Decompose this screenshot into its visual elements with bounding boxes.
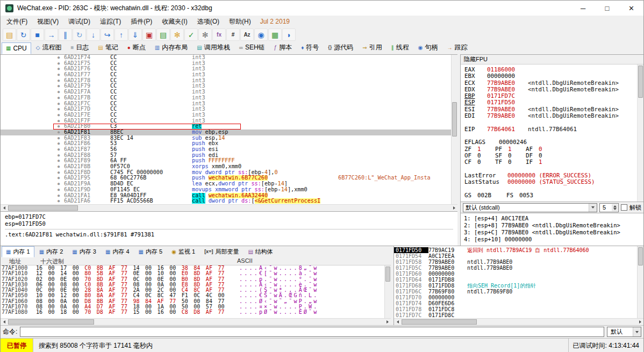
chip-button[interactable]: ▦ — [268, 28, 282, 41]
registers-vscrollbar[interactable] — [637, 64, 643, 202]
case-button[interactable]: Az — [240, 28, 254, 41]
menu-item[interactable]: 插件(P) — [126, 16, 157, 28]
tab-seh-chain[interactable]: ∞SEH链 — [235, 41, 269, 54]
tab-memory2[interactable]: ▦内存 2 — [35, 246, 68, 257]
command-input[interactable] — [20, 327, 604, 337]
disasm-row[interactable]: ●6AD21F7BCCint3 — [1, 95, 457, 101]
tab-source[interactable]: {}源代码 — [324, 41, 357, 54]
favourites-button[interactable]: ✻ — [170, 28, 184, 41]
stack-row[interactable]: 0171FD74D60FE6D6 — [394, 300, 643, 306]
flags-row[interactable]: ZF1PF1AF0 — [464, 146, 635, 153]
dump-vscrollbar[interactable] — [384, 265, 391, 318]
stack-row[interactable]: 0171FD780171FDC8 — [394, 306, 643, 312]
chevron-down-icon[interactable] — [589, 204, 597, 212]
disasm-row[interactable]: ●6AD21F7ECCint3 — [1, 112, 457, 118]
tab-watch[interactable]: ◉监视 1 — [167, 246, 199, 257]
dump-hscrollbar[interactable] — [1, 318, 391, 325]
menu-item[interactable]: 选项(O) — [192, 16, 224, 28]
pause-button[interactable]: ∥ — [59, 28, 72, 41]
tab-memory3[interactable]: ▦内存 3 — [68, 246, 101, 257]
stack-row[interactable]: 0171FD54A0C17EEA — [394, 253, 643, 259]
argument-row[interactable]: 2: [esp+8] 77B9ABE0 <ntdll.DbgUiRemoteBr… — [464, 222, 640, 229]
handles-button[interactable]: ◗ — [282, 28, 296, 41]
disasm-row[interactable]: ●6AD21F9D0F1145 ECmovups xmmword ptr ss:… — [1, 187, 457, 193]
assemble-button[interactable]: fx — [212, 28, 226, 41]
open-file-button[interactable]: ▤ — [3, 28, 16, 41]
register-row[interactable]: EDI77B9ABE0<ntdll.DbgUiRemoteBreakin> — [464, 113, 635, 119]
tab-references[interactable]: ⇒引用 — [358, 41, 386, 54]
tab-memory1[interactable]: ▦内存 1 — [2, 246, 34, 257]
argument-row[interactable]: 3: [esp+C] 77B9ABE0 <ntdll.DbgUiRemoteBr… — [464, 229, 640, 236]
tab-threads[interactable]: ∥线程 — [387, 41, 413, 54]
stack-row[interactable]: 0171FD5877B9ABE0ntdll.77B9ABE0 — [394, 259, 643, 265]
chevron-down-icon[interactable] — [633, 327, 641, 336]
tab-memory4[interactable]: ▦内存 4 — [101, 246, 134, 257]
step-out-button[interactable]: ↑ — [115, 28, 128, 41]
menu-item[interactable]: 视图(V) — [32, 16, 63, 28]
check-button[interactable]: ✓ — [184, 28, 198, 41]
unlock-checkbox[interactable] — [621, 204, 627, 211]
segment-registers-row[interactable]: GS002BFS0053 — [464, 192, 635, 199]
tab-memory-map[interactable]: ▥内存布局 — [151, 41, 192, 54]
tab-struct[interactable]: ▤结构体 — [244, 246, 277, 257]
stack-hscroll-thumb[interactable] — [402, 319, 477, 325]
maximize-button[interactable]: □ — [595, 1, 619, 16]
calling-convention-select[interactable]: 默认 (stdcall) — [463, 203, 597, 212]
hide-fpu-button[interactable]: 隐藏FPU — [461, 55, 643, 64]
flags-row[interactable]: OF0SF0DF0 — [464, 153, 635, 159]
animate-button[interactable]: ↻ — [73, 28, 86, 41]
close-button[interactable]: ✕ — [619, 1, 643, 16]
watch-eye-button[interactable]: ◉ — [254, 28, 268, 41]
tab-handles-tab[interactable]: ◉句柄 — [414, 41, 442, 54]
run-button[interactable]: → — [45, 28, 58, 41]
stack-row[interactable]: 0171FD680171FDD8指向SEH_Record[1]的指针 — [394, 283, 643, 289]
scroll-left-icon[interactable] — [1, 205, 8, 211]
stack-row[interactable]: 0171FD5C77B9ABE0ntdll.77B9ABE0 — [394, 265, 643, 271]
registers-vscroll-thumb[interactable] — [638, 66, 643, 98]
menu-item[interactable]: 文件(F) — [2, 16, 32, 28]
stack-row[interactable]: 0171FD6C77B69F80ntdll.77B69F80 — [394, 289, 643, 294]
patches-button[interactable]: ▣ — [142, 28, 156, 41]
run-to-user-button[interactable]: ⇓ — [128, 28, 142, 41]
comments-button[interactable]: ▤ — [156, 28, 170, 41]
scroll-left-icon[interactable] — [394, 319, 401, 325]
stack-row[interactable]: 0171FD5077B9AC19返回到 ntdll.77B9AC19 自 ntd… — [394, 247, 643, 253]
settings-button[interactable]: ✻ — [198, 28, 212, 41]
tab-log[interactable]: ≡日志 — [67, 41, 94, 54]
menu-item[interactable]: 追踪(T) — [95, 16, 126, 28]
scroll-right-icon[interactable] — [384, 319, 391, 325]
tab-trace[interactable]: →跟踪 — [442, 41, 471, 54]
argument-row[interactable]: 4: [esp+10] 00000000 — [464, 236, 640, 243]
menu-item[interactable]: 收藏夹(I) — [157, 16, 192, 28]
tab-cpu[interactable]: ▦CPU — [2, 42, 31, 54]
menu-item[interactable]: 帮助(H) — [224, 16, 256, 28]
flags-row[interactable]: CF0TF0IF1 — [464, 159, 635, 166]
title-bar[interactable]: WeChat.exe - PID: 263C - 模块: wechatwin.d… — [1, 1, 643, 16]
tab-graph[interactable]: ◇流程图 — [32, 41, 66, 54]
scroll-left-icon[interactable] — [1, 319, 8, 325]
step-over-button[interactable]: ↪ — [101, 28, 114, 41]
restart-button[interactable]: ↻ — [17, 28, 30, 41]
tab-memory5[interactable]: ▦内存 5 — [134, 246, 167, 257]
stack-row[interactable]: 0171FD6000000000 — [394, 271, 643, 277]
stack-row[interactable]: 0171FD7000000000 — [394, 294, 643, 300]
tab-locals[interactable]: [x=]局部变量 — [200, 246, 243, 257]
minimize-button[interactable]: ─ — [571, 1, 595, 16]
tab-breakpoints[interactable]: ●断点 — [123, 41, 150, 54]
disasm-hscroll-thumb[interactable] — [8, 205, 78, 211]
command-profile-select[interactable]: 默认 — [607, 327, 641, 337]
disasm-vscroll-thumb[interactable] — [452, 102, 457, 137]
tab-call-stack[interactable]: ▤调用堆栈 — [192, 41, 234, 54]
stack-vscrollbar[interactable] — [637, 246, 643, 318]
disasm-row[interactable]: ●6AD21FA6FF15 ACD5566Bcall dword ptr ds:… — [1, 198, 457, 204]
stack-hscrollbar[interactable] — [394, 318, 643, 325]
disasm-vscrollbar[interactable] — [451, 55, 457, 204]
tab-symbols[interactable]: ♦符号 — [297, 41, 323, 54]
menu-item[interactable]: 调试(D) — [63, 16, 95, 28]
register-row-eip[interactable]: EIP77B64061ntdll.77B64061 — [464, 126, 635, 133]
dump-vscroll-thumb[interactable] — [385, 267, 390, 282]
tab-script[interactable]: ƒ脚本 — [270, 41, 297, 54]
hash-button[interactable]: # — [226, 28, 240, 41]
step-into-button[interactable]: ↓ — [87, 28, 100, 41]
stack-row[interactable]: 0171FD640171FDB8 — [394, 277, 643, 283]
